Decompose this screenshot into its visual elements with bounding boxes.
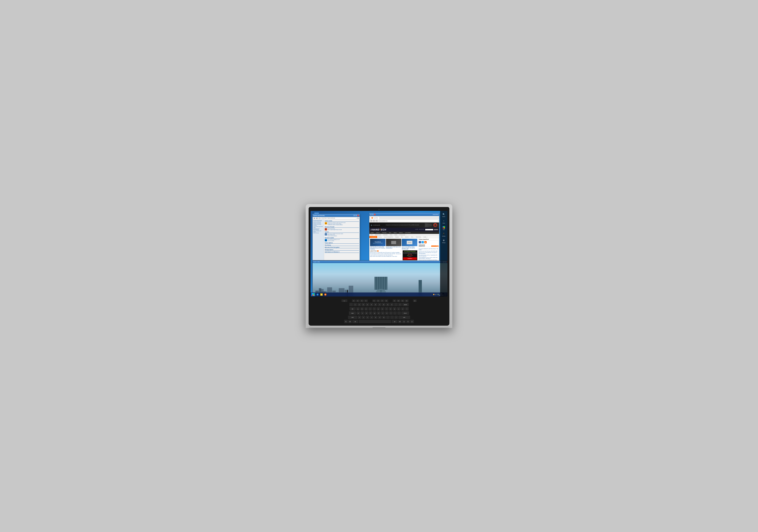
key-ctrl[interactable]: ctrl	[348, 320, 352, 323]
key-v[interactable]: v	[370, 316, 373, 319]
key-k[interactable]: k	[385, 311, 389, 315]
key-j[interactable]: j	[381, 311, 385, 315]
cp-sidebar-hardware[interactable]: Hardware and Sound	[313, 224, 323, 225]
system-link-3[interactable]: Launch remote assistance	[327, 235, 343, 236]
cp-sidebar-clock[interactable]: Clock, Language, and Region	[313, 230, 323, 232]
action-center-link-3[interactable]: Troubleshoot common computer problems	[327, 224, 346, 226]
post-item-3[interactable]: Apply Content Used to Map the Linux Minu…	[370, 256, 402, 257]
latest-item-3[interactable]: Samsung Announces 2nd Gen - FingerReader…	[419, 255, 438, 257]
key-f11[interactable]: f11	[401, 300, 404, 302]
key-f4[interactable]: f4	[364, 300, 368, 302]
key-shift-left[interactable]: shift	[348, 316, 357, 319]
cp-back-btn[interactable]: ◄	[313, 217, 315, 219]
nav-register[interactable]: REGISTER	[419, 229, 424, 231]
post-item-1[interactable]: The New Macbook Air More Trackless: NVID…	[370, 253, 402, 254]
key-9[interactable]: 9	[386, 303, 390, 306]
key-f7[interactable]: f7	[380, 300, 384, 302]
key-fn[interactable]: fn	[344, 320, 348, 323]
key-alt[interactable]: alt	[352, 320, 358, 323]
charm-search[interactable]: 🔍 Search	[441, 212, 447, 218]
key-q[interactable]: q	[356, 307, 360, 311]
key-space[interactable]	[359, 320, 391, 323]
key-o[interactable]: o	[389, 307, 392, 311]
cp-sidebar-network[interactable]: Network and Internet	[313, 223, 323, 224]
key-6[interactable]: 6	[374, 303, 377, 306]
key-m[interactable]: m	[382, 316, 386, 319]
key-f1[interactable]: f1	[352, 300, 356, 302]
key-equals[interactable]: =	[398, 303, 402, 306]
key-s[interactable]: s	[361, 311, 364, 315]
corsair-ad-banner[interactable]: ⚓ CORSAIR Designed for control Ergonomic…	[369, 223, 439, 228]
key-quote[interactable]: '	[397, 311, 401, 315]
key-comma[interactable]: ,	[386, 316, 390, 319]
subcat-systems[interactable]: Systems	[404, 236, 410, 238]
cat-mobile[interactable]: Mobile	[394, 234, 398, 236]
key-arrow-left[interactable]: ◄	[402, 320, 406, 323]
subcat-mac[interactable]: Mac	[400, 236, 404, 238]
key-1[interactable]: 1	[354, 303, 357, 306]
nav-login[interactable]: LOGIN	[415, 229, 418, 231]
action-center-link-1[interactable]: Review your computer's status and resolv…	[327, 222, 346, 223]
cat-ssd-hdd[interactable]: SSD/HDD	[382, 234, 389, 236]
key-u[interactable]: u	[381, 307, 384, 311]
key-l[interactable]: l	[389, 311, 393, 315]
key-3[interactable]: 3	[362, 303, 365, 306]
cp-sidebar-ease[interactable]: Ease of Access	[313, 232, 323, 233]
key-z[interactable]: z	[358, 316, 361, 319]
key-alt-right[interactable]: alt	[392, 320, 397, 323]
key-b[interactable]: b	[374, 316, 378, 319]
latest-item-2[interactable]: AMD Announces FreiTab MINI Tobl: Their S…	[419, 252, 438, 254]
key-backslash[interactable]: \	[405, 307, 409, 311]
key-7[interactable]: 7	[378, 303, 381, 306]
cp-close-btn[interactable]: ✕	[357, 215, 359, 216]
cp-minimize-btn[interactable]: ─	[354, 215, 355, 216]
key-n[interactable]: n	[378, 316, 382, 319]
firewall-link-2[interactable]: Allow an app through Windows Firewall	[327, 229, 342, 230]
post-item-0[interactable]: AMD 2013 APUs To Include ARM Cortex-A5 P…	[370, 252, 402, 253]
subcat-displays[interactable]: Displays	[394, 236, 400, 238]
latest-item-1[interactable]: The New Iconia Tab A700 lineup: ASUS Wil…	[419, 251, 438, 252]
key-semicolon[interactable]: ;	[393, 311, 397, 315]
cp-home-link[interactable]: Control Panel Home	[313, 220, 323, 221]
facebook-follow-btn[interactable]: f	[419, 241, 421, 243]
taskbar-media-pin[interactable]: ▶	[324, 293, 327, 296]
key-r[interactable]: r	[368, 307, 372, 311]
submit-new-btn[interactable]: Submit New!	[431, 245, 437, 247]
key-0[interactable]: 0	[390, 303, 394, 306]
key-f10[interactable]: f10	[397, 300, 400, 302]
nav-galleries[interactable]: GALLERIES	[404, 231, 412, 234]
browser-forward-btn[interactable]: ►	[373, 220, 375, 222]
key-p[interactable]: p	[393, 307, 396, 311]
key-return[interactable]: return	[401, 311, 409, 315]
browser-maximize-btn[interactable]: □	[372, 214, 374, 215]
cp-search-btn[interactable]: 🔍	[357, 217, 359, 219]
key-x[interactable]: x	[362, 316, 365, 319]
browser-close-btn[interactable]: ✕	[374, 214, 376, 215]
latest-item-4[interactable]: The Next MacBook Air Story TrustZon | IN…	[419, 257, 438, 259]
key-h[interactable]: h	[377, 311, 380, 315]
latest-item-0[interactable]: The next-gen MacBook Pro with Retina Dis…	[419, 248, 438, 250]
key-f12[interactable]: f12	[405, 300, 408, 302]
cp-address-bar[interactable]: Control Panel > System and Security	[321, 217, 356, 219]
key-del[interactable]: del	[413, 300, 417, 302]
browser-refresh-btn[interactable]: ↻	[376, 220, 378, 222]
key-8[interactable]: 8	[382, 303, 386, 306]
article-doublelight[interactable]: DoubleLight DL-277W: Back to the Drawing…	[386, 239, 401, 250]
taskbar-ie-pin[interactable]: e	[316, 293, 319, 296]
cp-forward-btn[interactable]: ►	[316, 217, 318, 219]
subcat-memory[interactable]: Memory	[377, 236, 383, 238]
cp-sidebar-programs[interactable]: Programs	[313, 225, 323, 226]
key-ctrl-right[interactable]: ctrl	[398, 320, 402, 323]
key-e[interactable]: e	[364, 307, 368, 311]
rss-follow-btn[interactable]: ▶	[424, 241, 427, 243]
taskbar-explorer-pin[interactable]: 📁	[320, 293, 323, 296]
key-backspace[interactable]: delete	[402, 303, 409, 306]
nav-rss[interactable]: RSS	[388, 231, 392, 234]
subcat-china[interactable]: China	[410, 236, 415, 238]
update-link-2[interactable]: Check for updates	[327, 240, 339, 241]
key-d[interactable]: d	[365, 311, 368, 315]
key-rbracket[interactable]: ]	[401, 307, 404, 311]
cat-gpus[interactable]: GPUs	[389, 234, 394, 236]
charm-start[interactable]: Start	[441, 225, 447, 231]
nav-forums[interactable]: FORUMS	[381, 231, 388, 234]
